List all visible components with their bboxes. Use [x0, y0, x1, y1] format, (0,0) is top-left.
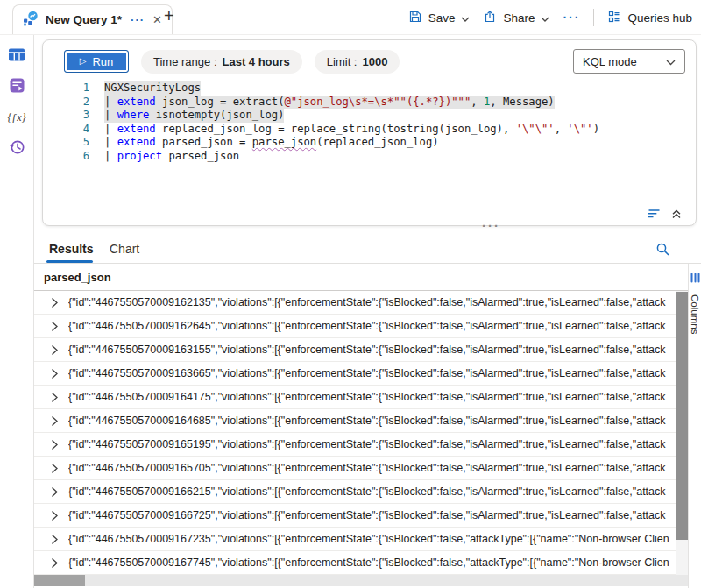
- line-number: 5: [43, 136, 104, 150]
- line-number: 6: [43, 150, 104, 164]
- active-tab-underline: [46, 260, 93, 263]
- expand-chevron-icon[interactable]: [51, 392, 59, 403]
- queries-hub-button[interactable]: Queries hub: [607, 10, 692, 26]
- top-actions: Save Share ···: [408, 0, 692, 35]
- history-clock-icon: [9, 138, 25, 159]
- code-line[interactable]: 6| project parsed_json: [43, 150, 692, 164]
- tab-more-menu[interactable]: ···: [131, 13, 145, 26]
- table-row[interactable]: {"id":"4467550570009167745","violations"…: [34, 551, 676, 575]
- table-row[interactable]: {"id":"4467550570009162135","violations"…: [34, 291, 676, 315]
- run-label: Run: [92, 55, 113, 68]
- table-row[interactable]: {"id":"4467550570009165195","violations"…: [34, 433, 676, 457]
- query-toolbar: ▷ Run Time range : Last 4 hours Limit : …: [64, 48, 685, 74]
- row-json-text: {"id":"4467550570009163665","violations"…: [68, 367, 666, 379]
- sidebar-item-saved-queries[interactable]: [6, 77, 27, 96]
- table-grid-icon: [8, 47, 25, 66]
- horizontal-scrollbar-thumb[interactable]: [34, 575, 85, 586]
- more-actions-button[interactable]: ···: [563, 11, 580, 25]
- expand-chevron-icon[interactable]: [51, 463, 59, 474]
- code-text: | project parsed_json: [104, 150, 239, 164]
- share-label: Share: [503, 11, 535, 25]
- adx-query-icon: [23, 11, 39, 30]
- expand-chevron-icon[interactable]: [51, 321, 59, 332]
- expand-chevron-icon[interactable]: [51, 415, 59, 427]
- code-editor[interactable]: 1NGXSecurityLogs2| extend json_log = ext…: [43, 81, 692, 211]
- limit-picker[interactable]: Limit : 1000: [315, 50, 400, 74]
- expand-chevron-icon[interactable]: [51, 510, 59, 521]
- columns-panel-label: Columns: [690, 294, 700, 334]
- table-row[interactable]: {"id":"4467550570009162645","violations"…: [34, 315, 676, 338]
- table-row[interactable]: {"id":"4467550570009163155","violations"…: [34, 338, 676, 362]
- expand-chevron-icon[interactable]: [51, 344, 59, 356]
- expand-chevron-icon[interactable]: [51, 534, 59, 545]
- code-line[interactable]: 2| extend json_log = extract(@"json_log\…: [43, 96, 692, 110]
- save-label: Save: [428, 11, 456, 25]
- columns-side-panel[interactable]: Columns: [688, 264, 701, 588]
- sidebar-item-functions[interactable]: {ƒx}: [6, 108, 27, 127]
- tab-results[interactable]: Results: [49, 242, 94, 256]
- row-json-text: {"id":"4467550570009166725","violations"…: [68, 509, 666, 521]
- columns-icon: [690, 271, 700, 287]
- row-json-text: {"id":"4467550570009162645","violations"…: [68, 320, 666, 332]
- expand-chevron-icon[interactable]: [51, 297, 59, 308]
- tab-title: New Query 1*: [46, 13, 122, 26]
- save-button[interactable]: Save: [408, 10, 471, 26]
- line-number: 3: [43, 109, 104, 123]
- line-number: 2: [43, 96, 104, 110]
- row-json-text: {"id":"4467550570009164175","violations"…: [68, 391, 666, 403]
- line-number: 1: [43, 81, 104, 96]
- time-range-picker[interactable]: Time range : Last 4 hours: [141, 50, 302, 74]
- chevron-down-icon: [461, 11, 470, 25]
- table-row[interactable]: {"id":"4467550570009164175","violations"…: [34, 386, 676, 409]
- query-panel: ▷ Run Time range : Last 4 hours Limit : …: [42, 39, 697, 226]
- tab-chart[interactable]: Chart: [110, 242, 139, 256]
- table-row[interactable]: {"id":"4467550570009166725","violations"…: [34, 504, 676, 528]
- row-json-text: {"id":"4467550570009165195","violations"…: [68, 438, 666, 450]
- actions-divider: [593, 9, 594, 26]
- code-line[interactable]: 4| extend replaced_json_log = replace_st…: [43, 123, 692, 137]
- results-tab-bar: Results Chart: [34, 237, 701, 264]
- limit-label: Limit :: [327, 55, 358, 68]
- column-header-parsed-json[interactable]: parsed_json: [44, 271, 111, 284]
- table-row[interactable]: {"id":"4467550570009164685","violations"…: [34, 409, 676, 433]
- table-row[interactable]: {"id":"4467550570009166215","violations"…: [34, 480, 676, 504]
- tab-close-icon[interactable]: ✕: [152, 13, 162, 26]
- code-line[interactable]: 3| where isnotempty(json_log): [43, 109, 692, 123]
- horizontal-scrollbar[interactable]: [34, 575, 688, 586]
- table-row[interactable]: {"id":"4467550570009167235","violations"…: [34, 528, 676, 551]
- time-range-label: Time range :: [153, 55, 217, 68]
- queries-hub-icon: [607, 10, 621, 26]
- code-text: | extend replaced_json_log = replace_str…: [104, 123, 599, 137]
- vertical-scrollbar[interactable]: [676, 291, 688, 575]
- limit-value: 1000: [362, 55, 387, 68]
- expand-chevron-icon[interactable]: [51, 368, 59, 379]
- search-icon[interactable]: [655, 242, 670, 260]
- vertical-scrollbar-thumb[interactable]: [676, 292, 688, 540]
- new-tab-button[interactable]: +: [164, 6, 174, 26]
- table-row[interactable]: {"id":"4467550570009165705","violations"…: [34, 457, 676, 480]
- code-text: | where isnotempty(json_log): [104, 109, 284, 123]
- table-row[interactable]: {"id":"4467550570009163665","violations"…: [34, 362, 676, 386]
- results-panel: Results Chart parsed_json {"id":"4467550…: [34, 237, 701, 588]
- row-json-text: {"id":"4467550570009167745","violations"…: [68, 556, 669, 569]
- pane-splitter-handle[interactable]: ···: [482, 218, 500, 233]
- column-header-row: parsed_json: [34, 264, 688, 291]
- format-lines-icon[interactable]: [647, 207, 661, 223]
- code-line[interactable]: 5| extend parsed_json = parse_json(repla…: [43, 136, 692, 150]
- share-button[interactable]: Share: [483, 10, 549, 26]
- code-line[interactable]: 1NGXSecurityLogs: [43, 81, 692, 96]
- collapse-editor-icon[interactable]: [671, 207, 682, 223]
- row-json-text: {"id":"4467550570009166215","violations"…: [68, 485, 666, 498]
- expand-chevron-icon[interactable]: [51, 557, 59, 569]
- run-button[interactable]: ▷ Run: [64, 50, 129, 73]
- queries-hub-label: Queries hub: [627, 11, 692, 25]
- row-json-text: {"id":"4467550570009162135","violations"…: [68, 296, 666, 308]
- sidebar-item-history[interactable]: [6, 138, 27, 158]
- query-mode-select[interactable]: KQL mode: [573, 49, 685, 74]
- play-icon: ▷: [80, 57, 87, 66]
- query-tab[interactable]: New Query 1* ··· ✕: [12, 4, 173, 34]
- expand-chevron-icon[interactable]: [51, 439, 59, 450]
- row-json-text: {"id":"4467550570009165705","violations"…: [68, 462, 666, 474]
- expand-chevron-icon[interactable]: [51, 486, 59, 498]
- sidebar-item-tables[interactable]: [6, 46, 27, 66]
